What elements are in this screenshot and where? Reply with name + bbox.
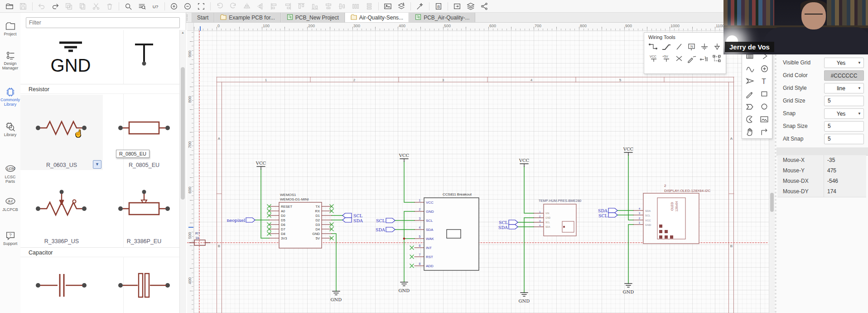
tab-pcb-new-project[interactable]: PCB_New Project [281, 13, 345, 22]
rect-icon[interactable] [757, 88, 772, 100]
ground-icon[interactable] [698, 41, 710, 53]
zoom-in-icon[interactable] [167, 1, 181, 12]
cut-icon [89, 1, 103, 12]
magic-wand-icon[interactable] [413, 1, 427, 12]
layers-icon[interactable] [464, 1, 477, 12]
svg-text:+5V: +5V [662, 55, 668, 58]
variant-dropdown-button[interactable]: ▼ [93, 160, 101, 169]
person-glasses [805, 14, 823, 18]
library-item-r3386peu[interactable]: R_3386P_EU [103, 170, 185, 247]
library-item-r0805eu[interactable]: R_0805_EU [103, 95, 185, 170]
library-item-cap-us[interactable] [20, 258, 103, 313]
sidebar-item-lcsc-parts[interactable]: LCSCLCSC Parts [0, 164, 20, 184]
align-bottom-icon [308, 1, 322, 12]
library-scrollbar[interactable]: ▲ [179, 30, 186, 313]
svg-text:GND: GND [51, 55, 91, 75]
scroll-up-icon[interactable]: ▲ [181, 31, 184, 34]
wire-icon[interactable] [647, 41, 660, 53]
arc-icon[interactable] [743, 113, 757, 126]
new-file-icon[interactable] [3, 1, 16, 12]
tab-pcb-air-quality[interactable]: PCB_Air-Quality-... [409, 13, 475, 22]
library-scrollbar-thumb[interactable] [181, 67, 185, 200]
snap-select[interactable]: Yes▼ [824, 108, 864, 119]
section-header-resistor: Resistor [20, 84, 179, 94]
library-item-gnd[interactable]: GND GND Ground(1) [20, 30, 103, 84]
polyline-icon[interactable] [757, 126, 772, 138]
polygon-icon[interactable] [743, 100, 757, 113]
layer-order-icon[interactable] [395, 1, 408, 12]
sidebar-item-library[interactable]: Library [0, 122, 20, 137]
panel-divider [776, 147, 868, 156]
pencil-icon[interactable] [743, 88, 757, 100]
canvas-vscrollbar-thumb[interactable] [770, 193, 774, 212]
no-connect-icon[interactable] [672, 53, 685, 64]
find-similar-icon[interactable] [135, 1, 149, 12]
arc-center-icon[interactable] [757, 62, 772, 75]
schematic-doc-icon [220, 14, 227, 22]
tab-air-quality-sensor[interactable]: Air-Quality-Sens... [345, 13, 409, 22]
net-flag-group-icon[interactable] [710, 53, 723, 64]
insert-image-icon[interactable] [381, 1, 395, 12]
tab-example-pcb[interactable]: Example PCB for... [214, 13, 280, 22]
library-item-r0603us[interactable]: R_0603_US ☝ [20, 95, 103, 170]
signal-pen-icon[interactable] [685, 53, 698, 64]
library-item-r3386pus[interactable]: R_3386P_US [20, 170, 103, 247]
grid-size-input[interactable]: 5 [824, 96, 864, 106]
alt-snap-input[interactable]: 5 [824, 134, 864, 144]
bus-entry-icon[interactable] [672, 41, 685, 53]
bus-icon[interactable] [660, 41, 672, 53]
design-manager-icon [0, 50, 20, 60]
text-icon[interactable]: T [757, 75, 772, 88]
plus-5v-flag-icon[interactable]: +5V [660, 53, 672, 64]
mouse-dx-row: Mouse-DX-546 [777, 176, 866, 187]
zoom-out-icon[interactable] [181, 1, 194, 12]
grid-style-select[interactable]: line▼ [824, 83, 864, 93]
sidebar-item-commonly-library[interactable]: Commonly Library [0, 87, 20, 107]
library-item-cap-eu[interactable] [103, 258, 185, 313]
svg-text:6: 6 [419, 244, 420, 247]
tab-start[interactable]: Start [191, 13, 214, 22]
sidebar-item-support[interactable]: ?Support [0, 230, 20, 246]
component-bme280[interactable]: TEMP-HUM-PRES-BME280 [539, 199, 582, 236]
person-torso [763, 27, 868, 54]
spell-check-icon[interactable]: U? [149, 1, 162, 12]
arrow-icon[interactable] [743, 75, 757, 88]
component-oled-display[interactable]: 2 DISPLAY-OLED-128X64-I2C OLED 128x64 [643, 184, 710, 244]
svg-text:SCL: SCL [376, 218, 386, 223]
svg-text:1: 1 [639, 221, 641, 224]
share-icon[interactable] [477, 1, 491, 12]
ground-earth-icon[interactable] [710, 41, 723, 53]
image-icon[interactable] [757, 113, 772, 126]
redo-icon[interactable] [48, 1, 62, 12]
bom-icon[interactable]: B [432, 1, 445, 12]
toolbar-separator [448, 2, 448, 10]
sidebar-item-jlcpcb[interactable]: JLCJLCPCB [0, 196, 20, 212]
export-icon[interactable] [450, 1, 464, 12]
snap-size-input[interactable]: 5 [824, 121, 864, 132]
easyeda-app-window: U?B Start Example PCB for... PCB_New Pro… [0, 0, 868, 313]
svg-text:3V3: 3V3 [281, 236, 287, 240]
wiring-tools-title: Wiring Tools [644, 33, 726, 41]
vcc-flag-icon[interactable]: VCC [647, 53, 660, 64]
filter-input[interactable] [26, 17, 180, 28]
sidebar-item-design-manager[interactable]: Design Manager [0, 50, 20, 70]
net-label-icon[interactable]: N [685, 41, 698, 53]
properties-panel: Visible Grid Yes▼ Grid Color #CCCCCC Gri… [775, 54, 868, 313]
svg-text:R?: R? [195, 231, 200, 235]
svg-text:SDA: SDA [545, 225, 550, 228]
drag-hand-icon[interactable] [743, 126, 757, 138]
sidebar-item-project[interactable]: Project [0, 21, 20, 36]
ellipse-icon[interactable] [757, 100, 772, 113]
library-item-vcc[interactable]: VCC [103, 30, 185, 84]
grid-color-swatch[interactable]: #CCCCCC [824, 70, 864, 81]
zoom-fit-icon[interactable] [194, 1, 208, 12]
net-port-icon[interactable]: 1 [698, 53, 710, 64]
placing-part-r[interactable]: R? 1k [189, 231, 210, 245]
toolbar-separator [210, 2, 211, 10]
bezier-icon[interactable] [743, 62, 757, 75]
svg-text:1k: 1k [195, 236, 199, 240]
clone-icon [62, 1, 76, 12]
svg-text:GND: GND [545, 216, 551, 219]
visible-grid-select[interactable]: Yes▼ [824, 58, 864, 68]
search-icon[interactable] [121, 1, 135, 12]
